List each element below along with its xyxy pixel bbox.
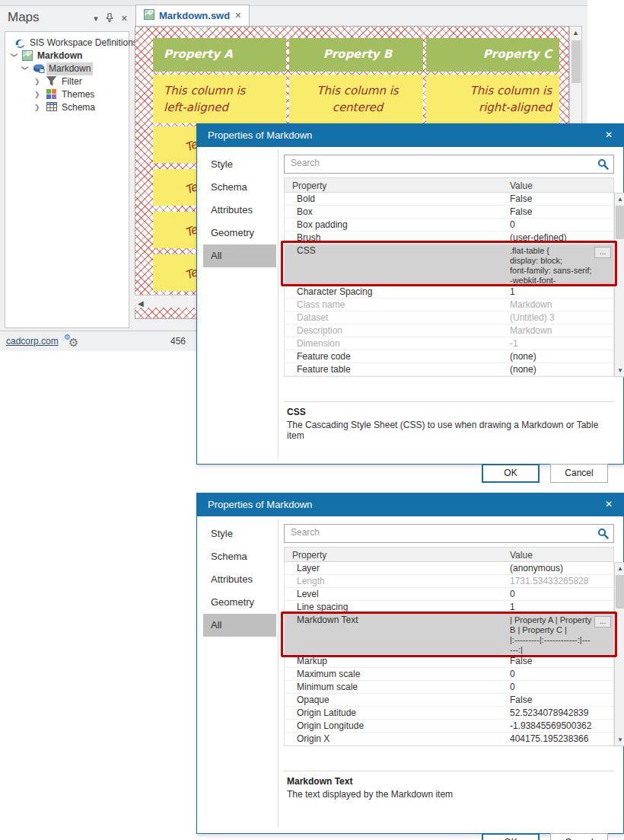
- tree-item-label: Schema: [62, 101, 95, 114]
- scrollbar-thumb[interactable]: [616, 206, 624, 239]
- property-row-line-spacing[interactable]: Line spacing1: [285, 601, 613, 614]
- description-text: The Cascading Style Sheet (CSS) to use w…: [287, 420, 611, 441]
- dialog-titlebar[interactable]: Properties of Markdown ✕: [197, 124, 623, 147]
- dialog-titlebar[interactable]: Properties of Markdown ✕: [197, 493, 623, 516]
- dialog-tab-all[interactable]: All: [203, 614, 276, 637]
- tree-item-filter[interactable]: ❯Filter: [5, 75, 129, 88]
- property-row-opaque[interactable]: OpaqueFalse: [285, 694, 613, 707]
- property-name: Box padding: [297, 219, 499, 230]
- search-icon[interactable]: [597, 158, 609, 173]
- property-value: False: [510, 206, 595, 217]
- property-name: Dataset: [297, 312, 499, 323]
- dialog-tab-attributes[interactable]: Attributes: [203, 199, 276, 222]
- table-header-text: Property C: [426, 38, 559, 61]
- tab-markdown-swd[interactable]: Markdown.swd ✕: [135, 5, 250, 26]
- scroll-down-icon[interactable]: ▼: [615, 367, 624, 374]
- property-row-bold[interactable]: BoldFalse: [285, 193, 613, 206]
- property-row-feature-code[interactable]: Feature code(none): [285, 350, 613, 363]
- panel-close-icon[interactable]: ✕: [121, 14, 128, 24]
- property-row-dataset[interactable]: Dataset(Untitled) 3: [285, 311, 613, 324]
- property-value: (anonymous): [510, 563, 595, 573]
- chevron-collapsed-icon[interactable]: ❯: [34, 101, 42, 114]
- dialog-tab-style[interactable]: Style: [203, 153, 276, 176]
- cancel-button[interactable]: Cancel: [550, 464, 608, 483]
- tree-item-sis-workspace-definitions[interactable]: SIS Workspace Definitions: [5, 37, 129, 50]
- scroll-down-icon[interactable]: ▼: [615, 736, 624, 743]
- chevron-collapsed-icon[interactable]: ❯: [34, 88, 42, 101]
- search-box[interactable]: [284, 524, 614, 543]
- dialog-tab-schema[interactable]: Schema: [203, 545, 276, 568]
- dialog-tab-schema[interactable]: Schema: [203, 176, 276, 199]
- ok-button[interactable]: OK: [482, 833, 540, 840]
- dialog-tab-all[interactable]: All: [203, 244, 276, 267]
- dialog-title: Properties of Markdown: [208, 499, 312, 510]
- dialog-tab-list: StyleSchemaAttributesGeometryAll: [203, 522, 276, 637]
- dialog-close-icon[interactable]: ✕: [605, 499, 613, 509]
- search-box[interactable]: [284, 155, 614, 174]
- properties-dialog-markdown-text: Properties of Markdown ✕ StyleSchemaAttr…: [196, 493, 624, 834]
- property-row-feature-table[interactable]: Feature table(none): [285, 363, 613, 376]
- maps-panel-header: Maps ▾ ✕: [2, 7, 132, 30]
- ok-button[interactable]: OK: [482, 464, 540, 483]
- dialog-tab-geometry[interactable]: Geometry: [203, 591, 276, 614]
- property-row-origin-x[interactable]: Origin X404175.195238366: [285, 733, 613, 746]
- property-row-length[interactable]: Length1731.53433265828: [285, 575, 613, 588]
- scroll-up-icon[interactable]: ▲: [570, 29, 581, 37]
- property-row-origin-longitude[interactable]: Origin Longitude-1.93845569500362: [285, 720, 613, 733]
- dialog-close-icon[interactable]: ✕: [605, 129, 613, 140]
- property-row-box[interactable]: BoxFalse: [285, 206, 613, 219]
- property-name: Minimum scale: [297, 682, 499, 692]
- property-row-character-spacing[interactable]: Character Spacing1: [285, 286, 613, 299]
- property-row-description[interactable]: DescriptionMarkdown: [285, 324, 613, 337]
- table-header-text: Property B: [289, 38, 422, 61]
- property-row-origin-latitude[interactable]: Origin Latitude52.5234078942839: [285, 707, 613, 720]
- panel-menu-caret-icon[interactable]: ▾: [94, 14, 98, 24]
- tab-close-icon[interactable]: ✕: [234, 11, 241, 21]
- property-row-maximum-scale[interactable]: Maximum scale0: [285, 668, 613, 681]
- scrollbar-thumb[interactable]: [616, 575, 624, 608]
- search-input[interactable]: [291, 527, 587, 538]
- scrollbar-thumb[interactable]: [571, 40, 581, 83]
- property-row-box-padding[interactable]: Box padding0: [285, 219, 613, 232]
- tree-item-markdown[interactable]: ❯Markdown: [5, 62, 129, 75]
- description-title: Markdown Text: [287, 776, 611, 787]
- chevron-expanded-icon[interactable]: ❯: [18, 65, 31, 73]
- tree-item-themes[interactable]: ❯Themes: [5, 88, 129, 101]
- property-value: 0: [510, 589, 595, 599]
- grid-scrollbar[interactable]: ▲ ▼: [614, 562, 624, 746]
- property-row-class-name[interactable]: Class nameMarkdown: [285, 299, 613, 311]
- dialog-tab-attributes[interactable]: Attributes: [203, 568, 276, 591]
- scroll-up-icon[interactable]: ▲: [615, 565, 624, 572]
- property-row-minimum-scale[interactable]: Minimum scale0: [285, 681, 613, 694]
- dialog-tab-style[interactable]: Style: [203, 522, 276, 545]
- edit-value-button[interactable]: ...: [594, 616, 611, 628]
- scroll-up-icon[interactable]: ▲: [615, 196, 624, 203]
- cancel-button[interactable]: Cancel: [550, 833, 608, 840]
- grid-header: Property Value: [284, 177, 614, 193]
- property-name: Box: [297, 206, 499, 217]
- property-value: | Property A | Property B | Property C |…: [510, 615, 592, 655]
- grid-scrollbar[interactable]: ▲ ▼: [614, 193, 624, 377]
- property-row-css[interactable]: CSS.flat-table { display: block; font-fa…: [285, 244, 613, 286]
- property-row-markdown-text[interactable]: Markdown Text| Property A | Property B |…: [285, 614, 613, 655]
- tree-item-schema[interactable]: ❯Schema: [5, 101, 129, 114]
- dialog-tab-geometry[interactable]: Geometry: [203, 222, 276, 244]
- property-value: (none): [510, 351, 595, 362]
- edit-value-button[interactable]: ...: [594, 247, 611, 258]
- settings-gears-icon[interactable]: ⚙ ⚙: [64, 334, 82, 349]
- chevron-collapsed-icon[interactable]: ❯: [34, 75, 42, 88]
- cadcorp-link[interactable]: cadcorp.com: [6, 336, 59, 347]
- tree-item-markdown[interactable]: ❯Markdown: [5, 50, 129, 62]
- search-icon[interactable]: [597, 528, 609, 542]
- property-row-level[interactable]: Level0: [285, 588, 613, 601]
- scroll-left-icon[interactable]: ◀: [138, 299, 144, 308]
- property-name: Description: [297, 325, 499, 336]
- property-row-markup[interactable]: MarkupFalse: [285, 655, 613, 668]
- pin-icon[interactable]: [106, 13, 113, 24]
- property-row-layer[interactable]: Layer(anonymous): [285, 562, 613, 575]
- search-input[interactable]: [291, 158, 587, 168]
- property-row-brush[interactable]: Brush(user-defined): [285, 232, 613, 244]
- property-value: 1731.53433265828: [510, 576, 595, 586]
- property-row-dimension[interactable]: Dimension-1: [285, 337, 613, 350]
- chevron-expanded-icon[interactable]: ❯: [8, 53, 21, 60]
